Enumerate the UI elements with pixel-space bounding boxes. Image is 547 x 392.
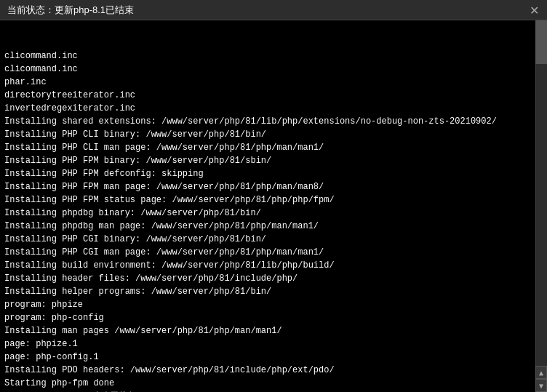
terminal-output: clicommand.incclicommand.incphar.incdire… (4, 23, 531, 392)
terminal-line: Installing PHP CGI binary: /www/server/p… (4, 233, 531, 246)
terminal-line: Installing man pages /www/server/php/81/… (4, 324, 531, 337)
terminal-line: Installing PHP FPM binary: /www/server/p… (4, 154, 531, 167)
scrollbar-up-button[interactable]: ▲ (535, 366, 547, 379)
terminal-line: Installing build environment: /www/serve… (4, 259, 531, 272)
terminal-line: Installing PHP FPM man page: /www/server… (4, 180, 531, 193)
terminal-line: program: phpize (4, 298, 531, 311)
terminal-line: page: php-config.1 (4, 351, 531, 364)
terminal-line: Installing PHP CLI binary: /www/server/p… (4, 128, 531, 141)
status-text: 当前状态：更新php-8.1已结束 (7, 4, 134, 17)
terminal-line: Installing PHP FPM defconfig: skipping (4, 167, 531, 180)
terminal-line: directorytreeiterator.inc (4, 89, 531, 102)
status-bar: 当前状态：更新php-8.1已结束 ✕ (0, 0, 547, 20)
close-button[interactable]: ✕ (527, 3, 541, 17)
terminal-line: clicommand.inc (4, 63, 531, 76)
terminal-line: Installing phpdbg man page: /www/server/… (4, 220, 531, 233)
terminal-line: Installing PHP CGI man page: /www/server… (4, 246, 531, 259)
scrollbar-track: ▲ ▼ (535, 20, 547, 392)
terminal-line: invertedregexiterator.inc (4, 102, 531, 115)
down-arrow-icon: ▼ (539, 382, 543, 390)
scrollbar-down-button[interactable]: ▼ (535, 379, 547, 392)
terminal-line: Installing PHP FPM status page: /www/ser… (4, 193, 531, 207)
terminal-line: program: php-config (4, 311, 531, 324)
scrollbar-thumb[interactable] (535, 20, 547, 64)
terminal-container: clicommand.incclicommand.incphar.incdire… (0, 20, 535, 392)
terminal-line: Installing helper programs: /www/server/… (4, 285, 531, 298)
terminal-line: clicommand.inc (4, 49, 531, 63)
terminal-line: Installing shared extensions: /www/serve… (4, 115, 531, 128)
terminal-line: Installing header files: /www/server/php… (4, 272, 531, 285)
terminal-line: Installing phpdbg binary: /www/server/ph… (4, 207, 531, 220)
terminal-line: Installing PHP CLI man page: /www/server… (4, 141, 531, 154)
up-arrow-icon: ▲ (539, 369, 543, 377)
terminal-line: page: phpize.1 (4, 337, 531, 351)
terminal-line: Starting php-fpm done (4, 377, 531, 390)
terminal-line: Installing PDO headers: /www/server/php/… (4, 364, 531, 377)
terminal-line: phar.inc (4, 76, 531, 89)
